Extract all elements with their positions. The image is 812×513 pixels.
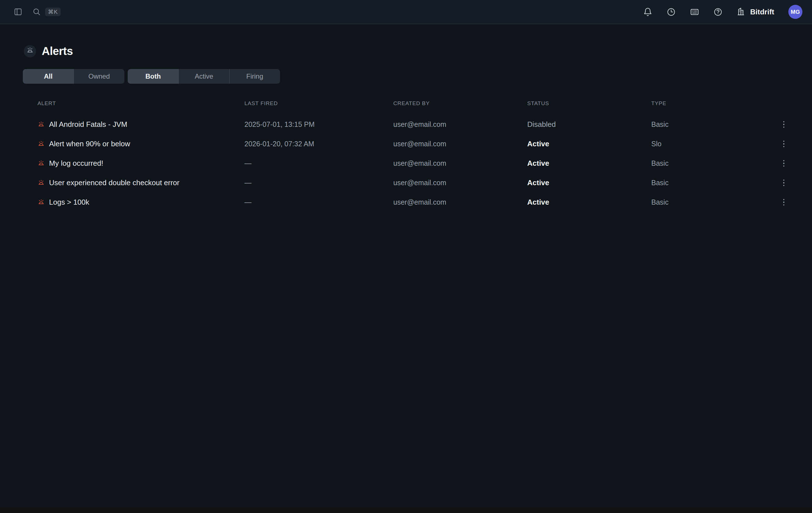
table-row[interactable]: Alert when 90% or below 2026-01-20, 07:3… [37,134,792,154]
siren-icon [26,47,34,56]
filters: All Owned Both Active Firing [23,69,812,84]
topbar: ⌘K Bitdrift M [0,0,812,24]
filter-all[interactable]: All [23,69,74,84]
row-menu-button[interactable] [781,197,787,208]
notifications-button[interactable] [643,7,652,17]
status-cell: Active [527,178,651,187]
ownership-filter: All Owned [23,69,124,84]
org-switcher-button[interactable]: Bitdrift [737,6,774,17]
last-fired-cell: 2025-07-01, 13:15 PM [244,120,393,128]
alert-name: User experienced double checkout error [49,178,179,187]
header-last-fired: LAST FIRED [244,100,393,107]
main-content: Alerts All Owned Both Active Firing ALER… [0,24,812,507]
bottom-edge [0,507,812,513]
alert-siren-icon [37,199,45,206]
search-icon [32,8,41,16]
header-status: STATUS [527,100,651,107]
panel-left-icon [14,8,22,16]
help-button[interactable] [713,7,723,17]
alert-name: Logs > 100k [49,198,89,207]
created-by-cell: user@email.com [393,179,527,187]
alert-name: My log occurred! [49,159,103,168]
sidebar-toggle-button[interactable] [14,8,22,16]
search-group: ⌘K [32,8,61,16]
page-header: Alerts [0,45,812,58]
created-by-cell: user@email.com [393,159,527,168]
bell-icon [643,7,652,17]
created-by-cell: user@email.com [393,120,527,128]
filter-owned[interactable]: Owned [74,69,124,84]
filter-active[interactable]: Active [178,69,229,84]
status-cell: Active [527,198,651,207]
topbar-right: Bitdrift MG [643,5,803,19]
alert-siren-icon [37,179,45,187]
status-cell: Active [527,140,651,148]
alert-name: Alert when 90% or below [49,140,130,148]
row-menu-button[interactable] [781,158,787,169]
search-button[interactable] [32,8,41,16]
org-name: Bitdrift [750,8,774,17]
search-shortcut-badge: ⌘K [45,8,61,16]
status-cell: Active [527,159,651,168]
last-fired-cell: 2026-01-20, 07:32 AM [244,140,393,148]
table-header: ALERT LAST FIRED CREATED BY STATUS TYPE [37,98,792,109]
keyboard-icon [690,7,699,17]
table-row[interactable]: My log occurred! — user@email.com Active… [37,154,792,173]
type-cell: Basic [651,179,775,187]
building-icon [737,6,746,17]
row-menu-button[interactable] [781,139,787,150]
created-by-cell: user@email.com [393,140,527,148]
table-row[interactable]: All Android Fatals - JVM 2025-07-01, 13:… [37,115,792,134]
question-circle-icon [713,7,723,17]
table-row[interactable]: User experienced double checkout error —… [37,173,792,192]
clock-icon [667,7,676,17]
header-alert: ALERT [37,100,244,107]
header-type: TYPE [651,100,775,107]
type-cell: Basic [651,198,775,206]
alert-siren-icon [37,160,45,167]
type-cell: Basic [651,120,775,128]
type-cell: Slo [651,140,775,148]
history-button[interactable] [667,7,676,17]
state-filter: Both Active Firing [128,69,280,84]
alerts-page-badge [24,45,36,58]
created-by-cell: user@email.com [393,198,527,206]
topbar-left: ⌘K [14,8,61,16]
last-fired-cell: — [244,159,393,168]
keyboard-shortcuts-button[interactable] [690,7,699,17]
alert-siren-icon [37,121,45,128]
filter-firing[interactable]: Firing [229,69,280,84]
alerts-table: ALERT LAST FIRED CREATED BY STATUS TYPE … [0,98,812,212]
user-avatar[interactable]: MG [788,5,803,19]
last-fired-cell: — [244,198,393,206]
type-cell: Basic [651,159,775,168]
row-menu-button[interactable] [781,119,787,130]
page-title: Alerts [42,45,73,58]
alert-name: All Android Fatals - JVM [49,120,127,129]
filter-both[interactable]: Both [128,69,178,84]
header-created-by: CREATED BY [393,100,527,107]
table-row[interactable]: Logs > 100k — user@email.com Active Basi… [37,192,792,212]
alert-siren-icon [37,140,45,148]
status-cell: Disabled [527,120,651,129]
row-menu-button[interactable] [781,177,787,188]
last-fired-cell: — [244,179,393,187]
